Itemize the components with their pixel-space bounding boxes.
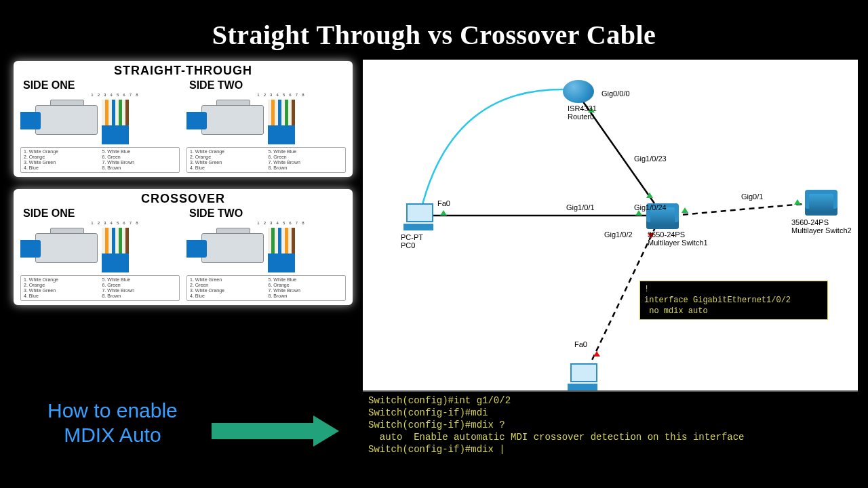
- rj45-icon: [20, 97, 102, 144]
- straight-side2-label: SIDE TWO: [186, 79, 346, 92]
- sw1-name: Multilayer Switch1: [648, 239, 708, 247]
- if-label: Gig0/1: [741, 192, 763, 201]
- config-snippet: ! interface GigabitEthernet1/0/2 no mdix…: [639, 281, 828, 320]
- if-label: Gig1/0/23: [634, 155, 667, 163]
- cable-diagrams: STRAIGHT-THROUGH SIDE ONE 1 2 3 4 5 6 7 …: [14, 61, 353, 317]
- wire-colors-s1: [102, 100, 129, 125]
- arrow-icon: [212, 418, 340, 445]
- router-icon: [563, 80, 594, 103]
- sw1-model: 3650-24PS: [648, 230, 685, 239]
- legend-s1: 1. White Orange2. Orange3. White Green4.…: [20, 147, 180, 173]
- network-topology: ISR4331 Router0 Gig0/0/0 Gig1/0/23 PC-PT…: [363, 60, 858, 390]
- straight-through-card: STRAIGHT-THROUGH SIDE ONE 1 2 3 4 5 6 7 …: [14, 61, 353, 177]
- if-label: Fa0: [437, 199, 450, 207]
- router-model: ISR4331: [568, 104, 597, 113]
- wire-colors-s2: [268, 100, 295, 125]
- sw2-model: 3560-24PS: [791, 218, 829, 226]
- straight-side1-label: SIDE ONE: [20, 79, 180, 92]
- if-label: Gig1/0/24: [634, 203, 667, 211]
- pc-icon: [568, 363, 597, 390]
- rj45-icon: [186, 97, 268, 144]
- cross-side2-label: SIDE TWO: [186, 207, 346, 220]
- pc0-model: PC-PT: [401, 233, 423, 241]
- svg-line-2: [673, 203, 810, 216]
- sw2-name: Multilayer Switch2: [791, 226, 852, 235]
- straight-title: STRAIGHT-THROUGH: [20, 64, 346, 78]
- mdix-caption: How to enable MDIX Auto: [47, 399, 178, 447]
- legend-s2: 1. White Orange2. Orange3. White Green4.…: [186, 147, 346, 173]
- crossover-title: CROSSOVER: [20, 192, 346, 206]
- legend-c2: 1. White Green2. Green3. White Orange4. …: [186, 275, 346, 301]
- rj45-icon: [186, 225, 268, 272]
- pc-icon: [403, 203, 433, 230]
- crossover-card: CROSSOVER SIDE ONE 1 2 3 4 5 6 7 8 1. Wh…: [14, 189, 353, 305]
- switch-icon: [805, 190, 837, 216]
- wire-colors-c1: [102, 228, 129, 253]
- if-label: Gig1/0/1: [566, 203, 595, 211]
- if-label: Gig0/0/0: [601, 89, 630, 98]
- router-name: Router0: [568, 113, 594, 121]
- if-label: Fa0: [574, 340, 587, 348]
- legend-c1: 1. White Orange2. Orange3. White Green4.…: [20, 275, 180, 301]
- pc0-name: PC0: [401, 241, 415, 249]
- wire-colors-c2: [268, 228, 295, 253]
- slide-title: Straight Through vs Crossover Cable: [0, 19, 868, 51]
- cross-side1-label: SIDE ONE: [20, 207, 180, 220]
- if-label: Gig1/0/2: [604, 230, 633, 239]
- rj45-icon: [20, 225, 102, 272]
- cli-terminal: Switch(config)#int g1/0/2 Switch(config-…: [363, 390, 858, 470]
